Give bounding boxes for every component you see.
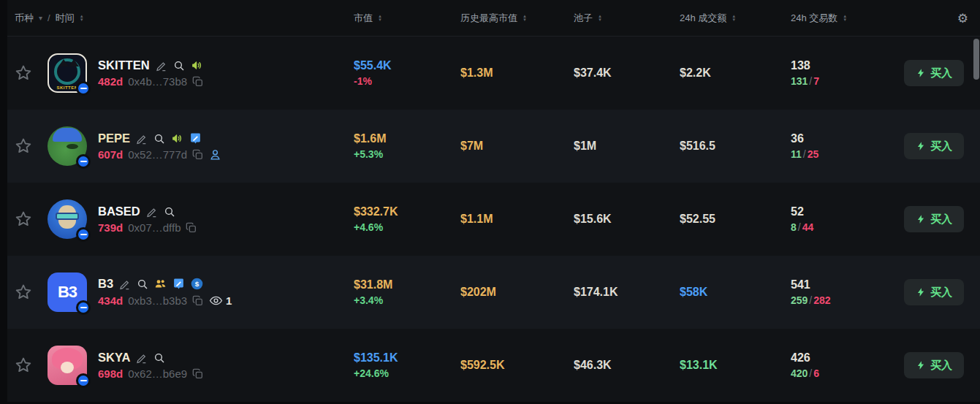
note-badge-icon — [189, 132, 202, 145]
favorite-button[interactable] — [7, 210, 39, 229]
token-col-label: 币种 — [15, 12, 34, 25]
star-icon — [14, 210, 33, 229]
favorite-button[interactable] — [7, 283, 39, 302]
change-percent: +5.3% — [354, 148, 460, 160]
edit-name-button[interactable] — [136, 133, 148, 145]
market-cap-value: $332.7K — [354, 205, 460, 218]
buy-button-label: 买入 — [930, 359, 952, 373]
token-symbol[interactable]: B3 — [98, 277, 113, 291]
search-icon — [164, 206, 175, 218]
table-header: 币种▾ / 时间▲▼ 市值▲▼ 历史最高市值▲▼ 池子▲▼ 24h 成交额▲▼ … — [7, 0, 980, 37]
search-token-button[interactable] — [173, 60, 185, 72]
edit-name-button[interactable] — [156, 60, 167, 72]
buy-button[interactable]: 买入 — [904, 206, 964, 232]
copy-icon — [186, 222, 197, 234]
avatar-text: B3 — [58, 283, 77, 302]
search-token-button[interactable] — [153, 352, 165, 364]
base-chain-badge-icon — [76, 373, 91, 388]
pool-value: $174.1K — [574, 286, 680, 299]
col-header-token-time[interactable]: 币种▾ / 时间▲▼ — [7, 12, 354, 25]
change-percent: -1% — [354, 75, 460, 87]
tx-buys: 420 — [791, 367, 808, 379]
tx-sells: 7 — [813, 75, 819, 87]
vertical-scrollbar-thumb[interactable] — [973, 39, 979, 80]
market-cap-cell: $1.6M +5.3% — [354, 132, 460, 160]
token-symbol[interactable]: PEPE — [98, 132, 130, 145]
buy-button[interactable]: 买入 — [904, 60, 964, 86]
copy-address-button[interactable] — [192, 368, 204, 380]
lightning-icon — [916, 287, 926, 297]
search-icon — [153, 352, 165, 364]
token-age: 434d — [98, 294, 123, 307]
volume-value: $52.55 — [680, 213, 791, 226]
pool-value: $46.3K — [574, 359, 680, 372]
token-address: 0x52…777d — [128, 148, 187, 161]
buy-button-label: 买入 — [930, 213, 952, 226]
txns-label: 24h 交易数 — [791, 12, 837, 25]
market-cap-value: $1.6M — [354, 132, 460, 145]
search-token-button[interactable] — [137, 278, 148, 290]
buy-button[interactable]: 买入 — [904, 133, 964, 159]
col-header-volume[interactable]: 24h 成交额▲▼ — [680, 12, 791, 25]
token-symbol[interactable]: BASED — [98, 205, 140, 218]
token-address: 0xb3…b3b3 — [128, 294, 187, 307]
copy-address-button[interactable] — [192, 149, 204, 161]
edit-name-button[interactable] — [119, 278, 131, 290]
favorite-button[interactable] — [7, 64, 39, 83]
tx-total: 52 — [791, 205, 904, 218]
tx-total: 36 — [791, 132, 904, 145]
edit-name-button[interactable] — [136, 352, 148, 364]
buy-button-label: 买入 — [930, 140, 952, 153]
search-token-button[interactable] — [164, 206, 175, 218]
col-header-pool[interactable]: 池子▲▼ — [574, 12, 680, 25]
dev-profile-button[interactable] — [209, 148, 221, 161]
tx-sells: 25 — [808, 148, 819, 160]
search-icon — [173, 60, 185, 72]
copy-icon — [192, 149, 204, 161]
token-avatar[interactable] — [48, 346, 87, 385]
lightning-icon — [916, 141, 926, 151]
token-age: 739d — [98, 221, 123, 234]
token-address: 0x4b…73b8 — [128, 75, 187, 88]
col-header-ath[interactable]: 历史最高市值▲▼ — [460, 12, 574, 25]
pool-value: $1M — [574, 140, 680, 153]
edit-name-button[interactable] — [146, 206, 158, 218]
ath-value: $202M — [460, 286, 574, 299]
token-symbol[interactable]: SKITTEN — [98, 58, 150, 72]
buy-button[interactable]: 买入 — [904, 279, 964, 305]
token-avatar[interactable]: B3 — [48, 272, 87, 312]
col-header-market-cap[interactable]: 市值▲▼ — [354, 12, 460, 25]
market-cap-value: $55.4K — [354, 59, 460, 72]
copy-address-button[interactable] — [192, 76, 204, 88]
token-avatar[interactable]: SKITTEN — [48, 53, 87, 93]
favorite-button[interactable] — [7, 137, 39, 156]
table-row: B3 B3 434d 0xb3…b3b3 1 $31.8M +3.4% — [7, 256, 980, 329]
copy-address-button[interactable] — [186, 222, 197, 234]
ath-value: $1.3M — [460, 66, 574, 80]
tx-buys: 8 — [791, 221, 797, 233]
gear-icon[interactable]: ⚙ — [957, 11, 968, 26]
change-percent: +3.4% — [354, 294, 460, 306]
token-symbol[interactable]: SKYA — [98, 351, 130, 365]
favorite-button[interactable] — [7, 356, 39, 375]
market-cap-cell: $135.1K +24.6% — [354, 351, 460, 379]
volume-value: $2.2K — [680, 66, 791, 80]
buy-button[interactable]: 买入 — [904, 352, 964, 378]
token-avatar[interactable] — [48, 199, 87, 239]
txns-cell: 541 259/282 — [791, 278, 904, 306]
tx-total: 426 — [791, 351, 904, 365]
table-row: SKYA 698d 0x62…b6e9 $135.1K +24.6% $592.… — [7, 329, 980, 402]
tx-sells: 282 — [813, 294, 830, 306]
copy-address-button[interactable] — [192, 295, 204, 307]
base-chain-badge-icon — [76, 81, 91, 96]
search-token-button[interactable] — [153, 133, 165, 145]
pool-label: 池子 — [574, 12, 593, 25]
ath-value: $592.5K — [460, 359, 574, 372]
tx-buys: 131 — [791, 75, 808, 87]
search-icon — [137, 278, 148, 290]
ath-value: $7M — [460, 140, 574, 153]
megaphone-icon — [191, 59, 203, 72]
col-header-txns[interactable]: 24h 交易数▲▼ — [791, 12, 904, 25]
txns-cell: 36 11/25 — [791, 132, 904, 160]
token-avatar[interactable] — [48, 126, 87, 166]
